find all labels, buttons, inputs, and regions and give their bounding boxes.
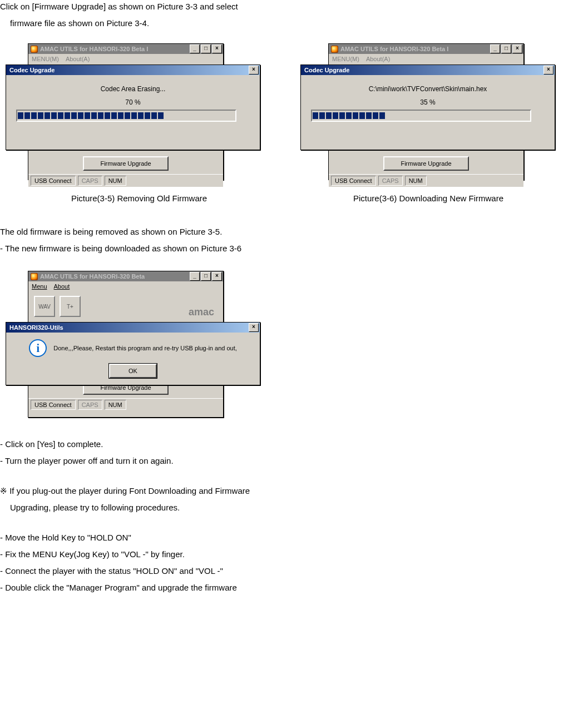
window-title: AMAC UTILS for HANSORI-320 Beta I — [330, 46, 448, 53]
window-title: AMAC UTILS for HANSORI-320 Beta — [29, 273, 145, 280]
minimize-button[interactable]: _ — [190, 272, 200, 281]
inactive-title-bar: AMAC UTILS for HANSORI-320 Beta _ □ × — [28, 271, 223, 281]
wav-icon[interactable]: WAV — [34, 296, 55, 317]
downloaded-text: - The new firmware is being downloaded a… — [0, 242, 588, 255]
step-connect: - Connect the player with the status "HO… — [0, 564, 588, 578]
dialog-title: Codec Upgrade — [302, 67, 349, 73]
codec-upgrade-dialog: Codec Upgrade × C:\mini\work\TVFConvert\… — [300, 65, 555, 150]
dialog-message: C:\mini\work\TVFConvert\Skin\main.hex — [311, 81, 545, 98]
status-num: NUM — [105, 400, 126, 410]
dialog-close-button[interactable]: × — [249, 66, 259, 75]
menu-bar: Menu About — [28, 281, 223, 291]
menu-item-about[interactable]: About(A) — [366, 56, 390, 62]
status-usb: USB Connect — [31, 400, 76, 410]
plug-out-note-2: Upgrading, please try to following proce… — [0, 501, 588, 514]
picture-3-6-caption: Picture(3-6) Downloading New Firmware — [306, 194, 551, 203]
app-icon — [31, 273, 38, 280]
menu-item-about[interactable]: About(A) — [66, 56, 90, 62]
dialog-title: Codec Upgrade — [7, 67, 55, 73]
t-plus-icon[interactable]: T+ — [60, 296, 81, 317]
brand-label: amac — [189, 306, 214, 318]
message-box-title: HANSORI320-Utils — [7, 324, 63, 331]
info-icon: i — [29, 339, 47, 357]
minimize-button[interactable]: _ — [490, 44, 500, 53]
click-yes-text: - Click on [Yes] to complete. — [0, 438, 588, 451]
maximize-button[interactable]: □ — [201, 44, 211, 53]
menu-bar: MENU(M) About(A) — [28, 54, 223, 64]
status-bar: USB Connect CAPS NUM — [28, 174, 223, 187]
instruction-line-2: firmware file as shown on Picture 3-4. — [0, 17, 588, 30]
window-title: AMAC UTILS for HANSORI-320 Beta I — [29, 46, 148, 53]
close-button[interactable]: × — [512, 44, 522, 53]
dialog-message: Codec Area Erasing... — [16, 81, 250, 98]
menu-item-menu[interactable]: MENU(M) — [332, 56, 359, 62]
status-num: NUM — [105, 176, 126, 186]
plug-out-note-1: ※ If you plug-out the player during Font… — [0, 484, 588, 498]
maximize-button[interactable]: □ — [501, 44, 511, 53]
status-bar: USB Connect CAPS NUM — [28, 398, 223, 411]
status-usb: USB Connect — [31, 176, 76, 186]
close-button[interactable]: × — [212, 272, 222, 281]
status-caps: CAPS — [78, 176, 102, 186]
step-manager: - Double click the "Manager Program" and… — [0, 581, 588, 594]
ok-button[interactable]: OK — [109, 364, 157, 378]
status-num: NUM — [405, 176, 427, 186]
picture-3-5-column: AMAC UTILS for HANSORI-320 Beta I _ □ × … — [17, 43, 261, 203]
maximize-button[interactable]: □ — [201, 272, 211, 281]
codec-upgrade-dialog: Codec Upgrade × Codec Area Erasing... 70… — [6, 65, 260, 150]
screenshots-row-1: AMAC UTILS for HANSORI-320 Beta I _ □ × … — [17, 43, 588, 203]
toolbar: WAV T+ amac — [28, 291, 223, 321]
inactive-title-bar: AMAC UTILS for HANSORI-320 Beta I _ □ × — [28, 44, 223, 54]
firmware-upgrade-button[interactable]: Firmware Upgrade — [83, 156, 169, 171]
app-icon — [331, 46, 338, 53]
progress-bar — [16, 110, 236, 122]
menu-item-menu[interactable]: MENU(M) — [32, 56, 59, 62]
dialog-percent-label: 70 % — [16, 98, 250, 110]
close-button[interactable]: × — [212, 44, 222, 53]
picture-3-7-area: AMAC UTILS for HANSORI-320 Beta _ □ × Me… — [17, 271, 261, 421]
step-hold-on: - Move the Hold Key to "HOLD ON" — [0, 531, 588, 544]
app-icon — [31, 46, 38, 53]
firmware-upgrade-button[interactable]: Firmware Upgrade — [383, 156, 469, 171]
status-bar: USB Connect CAPS NUM — [329, 174, 523, 187]
step-vol-minus: - Fix the MENU Key(Jog Key) to "VOL -" b… — [0, 548, 588, 561]
status-caps: CAPS — [378, 176, 403, 186]
message-box-close-button[interactable]: × — [249, 323, 259, 332]
menu-bar: MENU(M) About(A) — [329, 54, 523, 64]
dialog-percent-label: 35 % — [311, 98, 545, 110]
dialog-close-button[interactable]: × — [543, 66, 554, 75]
menu-item-about[interactable]: About — [54, 283, 70, 290]
picture-3-6-column: AMAC UTILS for HANSORI-320 Beta I _ □ × … — [306, 43, 551, 203]
menu-item-menu[interactable]: Menu — [32, 283, 47, 290]
message-box-text: Done,,,Please, Restart this program and … — [53, 345, 237, 351]
instruction-line-1: Click on [Firmware Upgrade] as shown on … — [0, 0, 588, 13]
removed-text: The old firmware is being removed as sho… — [0, 225, 588, 239]
status-caps: CAPS — [78, 400, 102, 410]
minimize-button[interactable]: _ — [190, 44, 200, 53]
inactive-title-bar: AMAC UTILS for HANSORI-320 Beta I _ □ × — [329, 44, 523, 54]
progress-bar — [311, 110, 531, 122]
turn-off-text: - Turn the player power off and turn it … — [0, 454, 588, 468]
status-usb: USB Connect — [331, 176, 376, 186]
picture-3-5-caption: Picture(3-5) Removing Old Firmware — [17, 194, 261, 203]
message-box: HANSORI320-Utils × i Done,,,Please, Rest… — [6, 322, 260, 385]
